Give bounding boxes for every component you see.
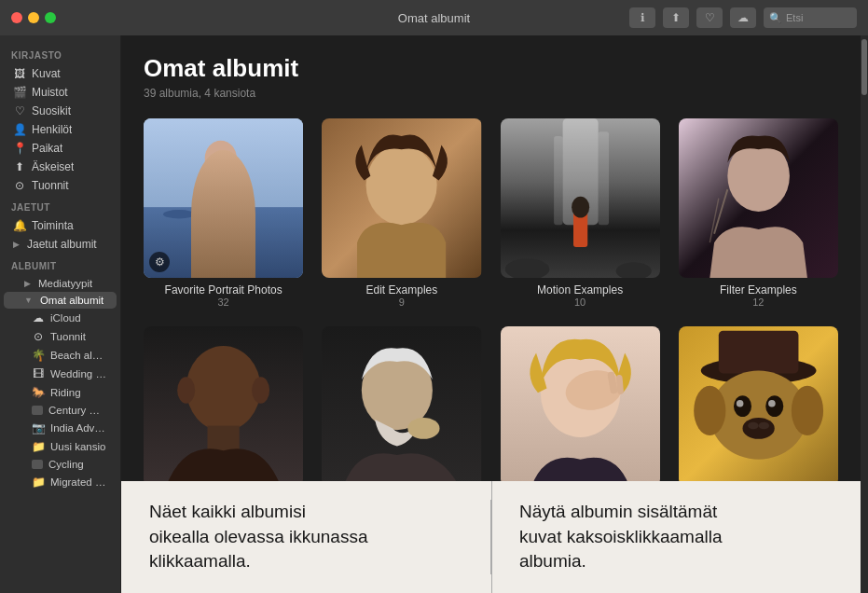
imports-icon: ⬆ [13,160,26,173]
svg-rect-11 [598,131,608,225]
sidebar-item-tuonnit2[interactable]: ⊙ Tuonnit [4,327,117,346]
album-item-favorite-portrait[interactable]: ⚙ Favorite Portrait Photos 32 [144,118,303,308]
minimize-button[interactable] [28,12,39,23]
sidebar-item-muistot[interactable]: 🎬 Muistot [4,83,117,102]
sidebar-label-mediatyypit: Mediatyypit [38,278,92,289]
album-count-favorite-portrait: 32 [218,296,229,308]
sidebar-label-wedding: Wedding Mem… [50,368,107,379]
album-thumb-four-legged [679,326,838,481]
svg-point-13 [572,197,589,218]
svg-point-38 [792,386,823,435]
annotation-right: Näytä albumin sisältämät kuvat kaksoiskl… [491,500,833,574]
sidebar-item-uusi-kansio[interactable]: 📁 Uusi kansio [4,437,117,456]
sidebar-item-riding[interactable]: 🐎 Riding [4,383,117,402]
annotation-section: Näet kaikki albumisi oikealla olevassa i… [121,481,861,593]
page-subtitle: 39 albumia, 4 kansiota [144,87,838,100]
svg-rect-10 [554,136,563,225]
fullscreen-button[interactable] [45,12,56,23]
sidebar-item-omat-albumit[interactable]: ▼ Omat albumit [4,292,117,309]
sidebar-item-paikat[interactable]: 📍 Paikat [4,139,117,158]
sidebar-item-india[interactable]: 📷 India Adventure [4,419,117,437]
sidebar-item-cycling[interactable]: Cycling [4,456,117,473]
heart-button[interactable]: ♡ [696,7,723,28]
sidebar-label-cycling: Cycling [48,459,84,470]
sidebar-item-henkilot[interactable]: 👤 Henkilöt [4,120,117,139]
album-item-edit-examples[interactable]: Edit Examples 9 [322,118,481,308]
close-button[interactable] [11,12,22,23]
sidebar-item-wedding[interactable]: 🎞 Wedding Mem… [4,365,117,383]
sidebar-label-henkilot: Henkilöt [32,123,72,136]
sidebar-label-beach-album: Beach album [50,350,107,361]
svg-point-44 [748,422,758,430]
sidebar-label-kuvat: Kuvat [32,67,61,80]
sidebar: Kirjasto 🖼 Kuvat 🎬 Muistot ♡ Suosikit 👤 … [0,35,121,593]
app-body: Kirjasto 🖼 Kuvat 🎬 Muistot ♡ Suosikit 👤 … [0,35,868,593]
album-thumb-portugal [144,326,303,481]
search-box[interactable]: 🔍 Etsi [764,7,857,28]
album-item-motion-examples[interactable]: Motion Examples 10 [501,118,660,308]
titlebar: Omat albumit ℹ ⬆ ♡ ☁ 🔍 Etsi [0,0,868,35]
sidebar-item-mediatyypit[interactable]: ▶ Mediatyypit [4,275,117,292]
share-button[interactable]: ⬆ [663,7,689,28]
import-icon: ⊙ [13,179,26,192]
sidebar-label-century-ride: Century Ride [48,405,107,416]
album-count-motion-examples: 10 [574,296,586,308]
annotation-right-text: Näytä albumin sisältämät kuvat kaksoiskl… [519,502,723,571]
svg-point-43 [742,418,774,439]
sidebar-item-jaetut[interactable]: ▶ Jaetut albumit [4,235,117,254]
svg-point-21 [186,346,261,431]
svg-point-45 [758,422,768,430]
sidebar-item-icloud[interactable]: ☁ iCloud [4,309,117,327]
divider-line [491,481,492,593]
album-item-portugal[interactable]: Portugal 71 [144,326,303,481]
scrollbar-track[interactable] [861,35,868,593]
annotation-left-text: Näet kaikki albumisi oikealla olevassa i… [149,502,367,571]
svg-point-40 [765,395,783,417]
sidebar-item-kuvat[interactable]: 🖼 Kuvat [4,64,117,83]
album-item-raven-hoa[interactable]: Raven HOA 4 [501,326,660,481]
main-content: Omat albumit 39 albumia, 4 kansiota [121,35,861,481]
album-name-edit-examples: Edit Examples [366,283,438,296]
sidebar-label-tuonnit2: Tuonnit [50,331,86,342]
sidebar-item-migrated[interactable]: 📁 Migrated Events… [4,473,117,491]
sidebar-item-toiminta[interactable]: 🔔 Toiminta [4,216,117,235]
sidebar-label-omat-albumit: Omat albumit [40,295,103,306]
sidebar-item-century-ride[interactable]: Century Ride [4,402,117,419]
page-title: Omat albumit [144,54,838,83]
album-item-filter-examples[interactable]: Filter Examples 12 [679,118,838,308]
places-icon: 📍 [13,142,26,155]
albums-grid: ⚙ Favorite Portrait Photos 32 [144,118,838,481]
info-button[interactable]: ℹ [629,7,655,28]
cycling-icon [32,460,43,469]
sidebar-item-tuonnit[interactable]: ⊙ Tuonnit [4,176,117,195]
sidebar-item-suosikit[interactable]: ♡ Suosikit [4,102,117,120]
album-thumb-filter-examples [679,118,838,278]
svg-point-39 [734,395,751,417]
svg-point-23 [252,377,269,404]
album-item-morocco[interactable]: Morocco 32 [322,326,481,481]
scrollbar-thumb[interactable] [861,39,867,95]
svg-point-5 [205,141,237,176]
sidebar-label-jaetut: Jaetut albumit [27,238,97,251]
shared-section-label: Jaetut [0,195,120,216]
people-icon: 👤 [13,123,26,136]
sidebar-label-india: India Adventure [50,422,107,434]
traffic-lights [11,12,56,23]
beach-icon: 🌴 [32,349,45,362]
sidebar-label-uusi-kansio: Uusi kansio [50,441,105,452]
icloud-button[interactable]: ☁ [730,7,756,28]
sidebar-label-suosikit: Suosikit [32,104,71,117]
albums-section-label: Albumit [0,254,120,275]
window-title: Omat albumit [398,11,470,25]
album-item-four-legged[interactable]: Four-legged Friends 38 [679,326,838,481]
sidebar-label-tuonnit: Tuonnit [32,179,69,192]
album-name-motion-examples: Motion Examples [537,283,623,296]
chevron-down-icon: ▼ [24,296,33,305]
sidebar-label-riding: Riding [50,387,81,398]
folder-icon: 📁 [32,440,45,453]
favorites-icon: ♡ [13,104,26,117]
library-section-label: Kirjasto [0,43,120,64]
sidebar-item-beach-album[interactable]: 🌴 Beach album [4,346,117,365]
sidebar-item-askeiset[interactable]: ⬆ Äskeiset [4,158,117,176]
import-icon-2: ⊙ [32,330,45,343]
